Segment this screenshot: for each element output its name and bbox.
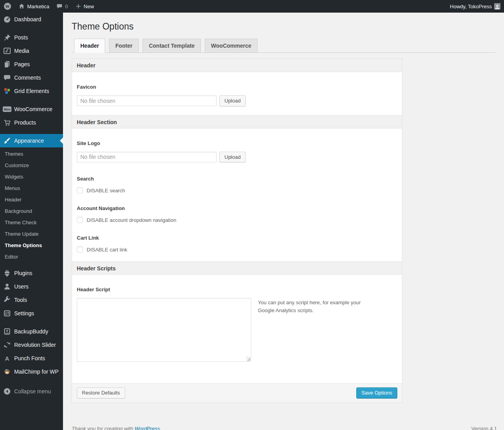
sidebar-item-tools[interactable]: Tools: [0, 293, 63, 307]
menu-separator: [0, 98, 63, 102]
sidebar-item-backupbuddy[interactable]: BackupBuddy: [0, 325, 63, 338]
sidebar-item-label: BackupBuddy: [14, 328, 48, 335]
sidebar-item-label: Tools: [14, 297, 27, 303]
disable-account-nav-checkbox[interactable]: [77, 217, 83, 223]
sidebar-item-products[interactable]: Products: [0, 116, 63, 129]
home-icon: [19, 3, 25, 9]
sidebar-item-comments[interactable]: Comments: [0, 71, 63, 84]
submenu-item-themes[interactable]: Themes: [0, 148, 63, 160]
collapse-menu-button[interactable]: Collapse menu: [0, 385, 63, 398]
sidebar-item-revolution-slider[interactable]: Revolution Slider: [0, 338, 63, 352]
submenu-item-customize[interactable]: Customize: [0, 160, 63, 171]
admin-bar: W Marketica 0 New Howdy, TokoPress: [0, 0, 504, 13]
sidebar-item-grid-elements[interactable]: Grid Elements: [0, 84, 63, 98]
pin-icon: [3, 34, 11, 41]
site-logo-label: Site Logo: [77, 140, 397, 146]
header-script-label: Header Script: [77, 287, 397, 292]
new-content-menu[interactable]: New: [72, 0, 98, 13]
submenu-item-background[interactable]: Background: [0, 205, 63, 217]
footer-thanks-text: Thank you for creating with WordPress.: [72, 426, 161, 430]
site-logo-upload-button[interactable]: Upload: [219, 152, 246, 163]
sidebar-item-label: Plugins: [14, 270, 32, 276]
my-account-menu[interactable]: Howdy, TokoPress: [447, 0, 504, 13]
sidebar-item-users[interactable]: Users: [0, 280, 63, 293]
sidebar-item-label: Settings: [14, 310, 34, 316]
save-options-button[interactable]: Save Options: [356, 387, 397, 398]
comments-icon: [3, 74, 11, 82]
sidebar-item-label: Media: [14, 48, 29, 54]
plus-icon: [75, 3, 82, 9]
header-script-textarea[interactable]: [77, 298, 251, 362]
site-link[interactable]: Marketica: [15, 0, 53, 13]
page-title: Theme Options: [72, 20, 495, 34]
sidebar-item-mailchimp[interactable]: MailChimp for WP: [0, 365, 63, 378]
section-header-section: Header Section: [72, 115, 402, 128]
header-scripts-body: Header Script You can put any script her…: [72, 275, 402, 383]
submenu-item-header[interactable]: Header: [0, 194, 63, 205]
theme-options-panel: Header Favicon Upload Header Section Sit…: [72, 58, 402, 403]
appearance-submenu: Themes Customize Widgets Menus Header Ba…: [0, 147, 63, 266]
grid-elements-icon: [3, 87, 11, 95]
submenu-item-theme-options[interactable]: Theme Options: [0, 240, 63, 251]
site-name: Marketica: [27, 4, 49, 9]
submenu-item-menus[interactable]: Menus: [0, 182, 63, 194]
panel-footer: Restore Defaults Save Options: [72, 383, 402, 402]
section-header: Header: [72, 59, 402, 72]
sidebar-item-pages[interactable]: Pages: [0, 58, 63, 71]
sidebar-item-settings[interactable]: Settings: [0, 307, 63, 320]
account-navigation-field: Account Navigation DISABLE account dropd…: [77, 194, 397, 223]
disable-account-nav-label: DISABLE account dropdown navigation: [87, 217, 176, 223]
disable-cart-link-checkbox[interactable]: [77, 246, 83, 253]
tab-contact-template[interactable]: Contact Template: [143, 39, 201, 53]
comments-shortcut[interactable]: 0: [53, 0, 71, 13]
sidebar-item-posts[interactable]: Posts: [0, 31, 63, 44]
sidebar-item-media[interactable]: Media: [0, 44, 63, 58]
media-icon: [3, 47, 11, 55]
header-script-help-text: You can put any script here, for example…: [258, 298, 378, 315]
tab-woocommerce[interactable]: WooCommerce: [205, 39, 258, 53]
cart-icon: [3, 119, 11, 127]
collapse-arrow-icon: [3, 387, 11, 395]
restore-defaults-button[interactable]: Restore Defaults: [77, 387, 125, 398]
submenu-item-theme-update[interactable]: Theme Update: [0, 228, 63, 240]
sidebar-item-label: Revolution Slider: [14, 342, 56, 348]
sidebar-item-dashboard[interactable]: Dashboard: [0, 13, 63, 26]
cart-link-label: Cart Link: [77, 235, 397, 241]
collapse-menu-label: Collapse menu: [14, 388, 51, 395]
submenu-item-theme-check[interactable]: Theme Check: [0, 217, 63, 228]
sidebar-item-appearance[interactable]: Appearance: [0, 134, 63, 147]
site-logo-file-input[interactable]: [77, 152, 217, 162]
cart-link-field: Cart Link DISABLE cart link: [77, 223, 397, 253]
favicon-file-input[interactable]: [77, 95, 217, 106]
search-field: Search DISABLE search: [77, 162, 397, 194]
menu-separator: [0, 129, 63, 134]
comments-count: 0: [65, 4, 68, 9]
disable-cart-link-label: DISABLE cart link: [87, 247, 127, 253]
favicon-field: Favicon Upload: [77, 74, 397, 106]
tab-header[interactable]: Header: [74, 39, 105, 53]
submenu-item-widgets[interactable]: Widgets: [0, 171, 63, 182]
wordpress-logo-icon: W: [4, 2, 11, 10]
menu-separator: [0, 26, 63, 31]
main-content: Theme Options Header Footer Contact Temp…: [63, 0, 504, 430]
avatar: [494, 3, 500, 9]
disable-search-checkbox[interactable]: [77, 187, 83, 194]
sidebar-item-punch-fonts[interactable]: A Punch Fonts: [0, 352, 63, 365]
settings-sliders-icon: [3, 309, 11, 317]
section-header-scripts: Header Scripts: [72, 261, 402, 275]
favicon-label: Favicon: [77, 84, 397, 90]
sidebar-item-woocommerce[interactable]: Woo WooCommerce: [0, 102, 63, 116]
header-script-field: Header Script You can put any script her…: [77, 276, 397, 363]
favicon-upload-button[interactable]: Upload: [219, 95, 246, 106]
wordpress-logo-menu[interactable]: W: [0, 0, 15, 13]
tab-footer[interactable]: Footer: [109, 39, 139, 53]
refresh-arrows-icon: [3, 341, 11, 349]
sidebar-item-label: Posts: [14, 34, 28, 41]
submenu-item-editor[interactable]: Editor: [0, 251, 63, 262]
wordpress-link[interactable]: WordPress: [135, 426, 160, 430]
sidebar-item-label: Punch Fonts: [14, 355, 45, 361]
account-navigation-label: Account Navigation: [77, 205, 397, 211]
sidebar-item-label: WooCommerce: [14, 106, 52, 112]
wrench-icon: [3, 296, 11, 304]
sidebar-item-plugins[interactable]: Plugins: [0, 266, 63, 280]
